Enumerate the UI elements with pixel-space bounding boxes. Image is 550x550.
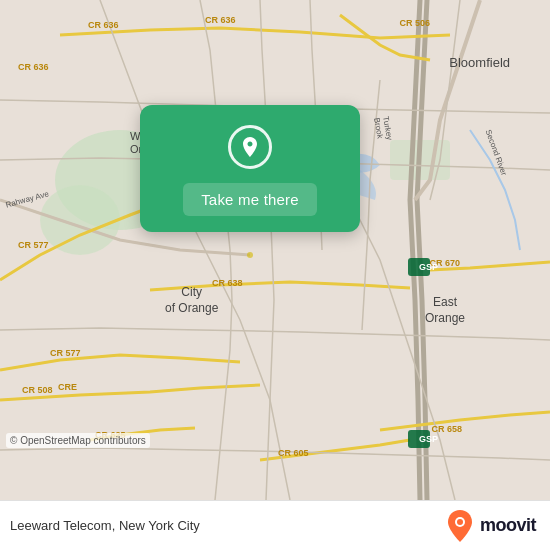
svg-point-6	[247, 252, 253, 258]
location-text: Leeward Telecom, New York City	[10, 518, 200, 533]
cr636-top2-label: CR 636	[205, 15, 236, 25]
location-pin-icon	[228, 125, 272, 169]
moovit-pin-icon	[446, 510, 474, 542]
svg-point-8	[457, 519, 463, 525]
gsp-bottom-label: GSP	[419, 434, 438, 444]
cr636-left-label: CR 636	[18, 62, 49, 72]
cr658-label: CR 658	[431, 424, 462, 434]
svg-point-2	[40, 185, 120, 255]
cr638-label: CR 638	[212, 278, 243, 288]
cr508-label: CR 508	[22, 385, 53, 395]
cr636-top-label: CR 636	[88, 20, 119, 30]
gsp-mid-label: GSP	[419, 262, 438, 272]
cr506-label: CR 506	[399, 18, 430, 28]
cr605-label: CR 605	[278, 448, 309, 458]
location-card: Take me there	[140, 105, 360, 232]
cre-label: CRE	[58, 382, 77, 392]
cr577-top-label: CR 577	[18, 240, 49, 250]
city-of-orange-label: Cityof Orange	[165, 285, 218, 316]
east-orange-label: EastOrange	[425, 295, 465, 326]
bloomfield-label: Bloomfield	[449, 55, 510, 70]
moovit-logo: moovit	[446, 510, 536, 542]
moovit-logo-text: moovit	[480, 515, 536, 536]
bottom-bar: Leeward Telecom, New York City moovit	[0, 500, 550, 550]
map-container: Bloomfield Cityof Orange EastOrange W.Or…	[0, 0, 550, 500]
cr577-bottom-label: CR 577	[50, 348, 81, 358]
take-me-there-button[interactable]: Take me there	[183, 183, 317, 216]
turkey-brook-label: TurkeyBrook	[372, 116, 394, 143]
osm-copyright: © OpenStreetMap contributors	[6, 433, 150, 448]
